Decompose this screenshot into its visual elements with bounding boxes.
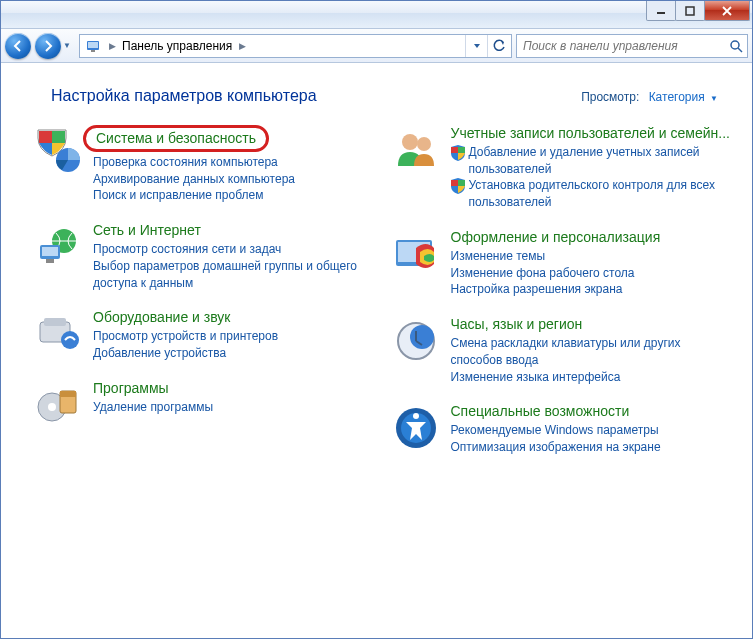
svg-rect-24 [451,180,458,186]
category-title-link[interactable]: Сеть и Интернет [93,222,201,239]
svg-rect-11 [42,247,58,256]
sub-link[interactable]: Удаление программы [93,399,373,416]
search-input[interactable] [521,38,729,54]
category-title-link[interactable]: Оборудование и звук [93,309,231,326]
svg-rect-6 [39,131,52,143]
category-users: Учетные записи пользователей и семейн...… [391,123,731,213]
control-panel-icon [84,37,102,55]
refresh-button[interactable] [487,35,509,57]
sub-link[interactable]: Добавление устройства [93,345,373,362]
svg-rect-19 [60,391,76,397]
svg-rect-7 [52,131,65,143]
appearance-icon [391,229,441,279]
category-network: Сеть и Интернет Просмотр состояния сети … [33,220,373,293]
page-title: Настройка параметров компьютера [51,87,317,105]
right-column: Учетные записи пользователей и семейн...… [391,123,731,458]
sub-link[interactable]: Оптимизация изображения на экране [451,439,731,456]
view-value[interactable]: Категория ▼ [649,90,718,104]
category-title-link[interactable]: Специальные возможности [451,403,630,420]
svg-rect-1 [686,7,694,15]
svg-rect-3 [88,42,98,48]
system-security-icon [33,125,83,175]
breadcrumb-chevron-icon[interactable]: ▶ [234,41,250,51]
users-icon [391,125,441,175]
sub-link[interactable]: Смена раскладки клавиатуры или других сп… [451,335,731,369]
shield-icon [451,145,465,161]
svg-rect-4 [91,50,95,52]
category-hardware: Оборудование и звук Просмотр устройств и… [33,307,373,363]
category-columns: Система и безопасность Проверка состояни… [23,123,730,458]
content-area: Настройка параметров компьютера Просмотр… [1,63,752,638]
category-accessibility: Специальные возможности Рекомендуемые Wi… [391,401,731,457]
svg-rect-25 [458,180,465,186]
svg-point-5 [731,41,739,49]
window-buttons [647,1,750,21]
svg-point-21 [417,137,431,151]
sub-link[interactable]: Просмотр устройств и принтеров [93,328,373,345]
sub-link[interactable]: Изменение фона рабочего стола [451,265,731,282]
left-column: Система и безопасность Проверка состояни… [33,123,373,458]
search-box[interactable] [516,34,748,58]
category-title-link[interactable]: Оформление и персонализация [451,229,661,246]
svg-point-17 [48,403,56,411]
category-title-link[interactable]: Программы [93,380,169,397]
sub-link[interactable]: Настройка разрешения экрана [451,281,731,298]
sub-link[interactable]: Поиск и исправление проблем [93,187,373,204]
navbar: ▼ ▶ Панель управления ▶ [1,29,752,63]
nav-forward-button[interactable] [35,33,61,59]
view-label: Просмотр: [581,90,639,104]
category-title-link[interactable]: Система и безопасность [83,125,269,152]
sub-link[interactable]: Просмотр состояния сети и задач [93,241,373,258]
svg-rect-23 [458,147,465,153]
chevron-down-icon: ▼ [710,94,718,103]
hardware-icon [33,309,83,359]
header-row: Настройка параметров компьютера Просмотр… [51,87,718,105]
svg-rect-0 [657,12,665,14]
sub-link[interactable]: Архивирование данных компьютера [93,171,373,188]
search-icon[interactable] [729,39,743,53]
svg-rect-12 [46,259,54,263]
nav-history-dropdown[interactable]: ▼ [63,41,75,50]
category-title-link[interactable]: Учетные записи пользователей и семейн... [451,125,730,142]
nav-back-button[interactable] [5,33,31,59]
svg-point-20 [402,134,418,150]
sub-link[interactable]: Проверка состояния компьютера [93,154,373,171]
svg-point-29 [410,325,434,349]
sub-link[interactable]: Добавление и удаление учетных записей по… [451,144,731,178]
minimize-button[interactable] [646,1,676,21]
sub-link[interactable]: Изменение темы [451,248,731,265]
view-selector[interactable]: Просмотр: Категория ▼ [581,90,718,104]
sub-link[interactable]: Выбор параметров домашней группы и общег… [93,258,373,292]
titlebar [1,1,752,29]
breadcrumb-chevron-icon[interactable]: ▶ [104,41,120,51]
sub-link[interactable]: Изменение языка интерфейса [451,369,731,386]
accessibility-icon [391,403,441,453]
address-dropdown-button[interactable] [465,35,487,57]
sub-link[interactable]: Рекомендуемые Windows параметры [451,422,731,439]
programs-icon [33,380,83,430]
category-clock: Часы, язык и регион Смена раскладки клав… [391,314,731,387]
category-title-link[interactable]: Часы, язык и регион [451,316,583,333]
breadcrumb-item[interactable]: Панель управления [120,39,234,53]
svg-point-15 [61,331,79,349]
category-system-security: Система и безопасность Проверка состояни… [33,123,373,206]
svg-point-32 [413,413,419,419]
close-button[interactable] [704,1,750,21]
category-appearance: Оформление и персонализация Изменение те… [391,227,731,300]
svg-rect-14 [44,318,66,326]
sub-link[interactable]: Установка родительского контроля для все… [451,177,731,211]
maximize-button[interactable] [675,1,705,21]
category-programs: Программы Удаление программы [33,378,373,432]
clock-icon [391,316,441,366]
svg-rect-22 [451,147,458,153]
network-icon [33,222,83,272]
address-bar[interactable]: ▶ Панель управления ▶ [79,34,512,58]
shield-icon [451,178,465,194]
